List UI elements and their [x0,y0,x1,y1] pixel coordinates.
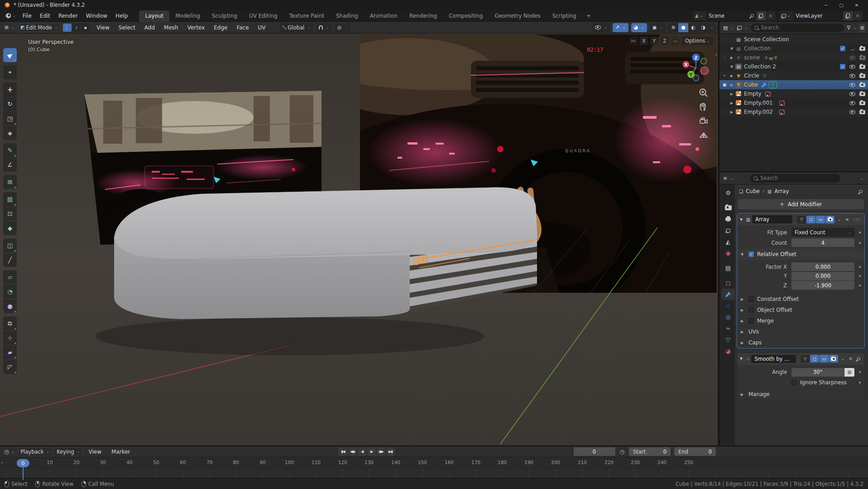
tab-material[interactable]: ◕ [721,345,735,357]
cube-mesh[interactable] [95,188,537,355]
next-keyframe-button[interactable]: ◆▶ [377,447,385,456]
manage-row[interactable]: ▶ Manage [737,389,864,400]
tool-shear[interactable]: ▰ [3,345,17,359]
tool-inset-faces[interactable]: ⊡ [3,207,17,221]
collapse-icon[interactable]: ▼ [741,252,745,257]
mirror-x-button[interactable]: X [640,37,648,45]
constant-offset-checkbox[interactable]: ✓ [748,296,754,302]
properties-editor-type-button[interactable]: ≡⌄ [722,174,734,183]
breadcrumb-modifier[interactable]: Array [774,188,789,194]
timeline-editor-type-button[interactable]: ◷⌄ [3,447,16,456]
timeline-ruler[interactable]: 0 10 20 30 40 50 60 70 80 90 100 110 120… [0,457,868,469]
falloff-icon[interactable]: ↝ [671,37,679,45]
proportional-editing-toggle[interactable]: ◎⌄ [335,23,350,32]
animate-dot[interactable] [859,242,861,244]
tab-compositing[interactable]: Compositing [443,10,489,22]
animate-dot[interactable] [859,285,861,286]
animate-dot[interactable] [859,382,861,383]
mirror-z-button[interactable]: Z [661,37,669,45]
animate-dot[interactable] [859,232,861,233]
menu-render[interactable]: Render [54,11,82,20]
region-collapse-icon[interactable]: ‹ [715,52,717,58]
tab-data[interactable]: ▽ [721,334,735,345]
outliner-row-empty[interactable]: ▶ Empty [719,89,868,98]
fit-type-dropdown[interactable]: Fixed Count⌄ [791,228,854,237]
angle-field[interactable]: 30° [791,368,844,377]
pin-icon[interactable] [750,14,755,18]
constant-offset-row[interactable]: ▶ ✓ Constant Offset [737,294,864,305]
factor-x-field[interactable]: 0.000 [791,262,854,271]
play-button[interactable]: ▶ [367,447,376,456]
orthographic-grid-icon[interactable] [699,130,709,140]
tool-knife[interactable]: ╱ [3,253,17,267]
delete-modifier-button[interactable]: ✕ [844,217,850,222]
camera-view-icon[interactable] [699,116,709,126]
outliner-filter-button[interactable]: ∇⌄ [846,23,857,32]
scene-browse-button[interactable]: ◭⌄ [693,11,706,20]
show-gizmo-toggle[interactable]: ↗⌄ [613,23,628,32]
expand-icon[interactable]: ▼ [729,65,735,69]
tool-annotate[interactable]: ✎ [3,143,17,157]
eye-icon[interactable] [849,65,855,69]
snap-toggle[interactable]: ⌄ [316,23,332,32]
object-visibility-dropdown[interactable]: ⌄ [592,23,610,32]
collapse-icon[interactable]: ▼ [740,218,744,222]
viewlayer-copy-button[interactable] [844,11,853,20]
expand-icon[interactable]: ▶ [729,101,735,105]
camera-toggle-icon[interactable] [859,92,865,96]
tool-scale[interactable]: ◳ [3,111,17,126]
viewlayer-delete-button[interactable]: ✕ [853,11,863,20]
eye-icon[interactable] [849,56,855,60]
merge-row[interactable]: ▶ ✓ Merge [737,315,864,326]
breadcrumb-object[interactable]: Cube [746,188,760,194]
camera-toggle-icon[interactable] [859,56,865,60]
animate-dot[interactable] [859,275,861,277]
rendered-shading-button[interactable]: ◑ [698,23,708,32]
menu-uv[interactable]: UV [254,23,270,32]
xray-toggle[interactable]: ▣⌄ [650,23,666,32]
eye-icon[interactable] [849,110,855,114]
pin-icon[interactable] [856,356,862,361]
mirror-icon[interactable]: ⋈ [629,37,638,45]
editor-type-button[interactable]: ⊞⌄ [2,23,17,32]
mode-dropdown[interactable]: ◩Edit Mode⌄ [18,23,60,32]
playback-menu[interactable]: Playback⌄ [18,447,52,456]
tool-move[interactable]: + [3,82,17,97]
tab-modifiers[interactable] [721,289,735,300]
outliner-row-empty-002[interactable]: ▶ Empty.002 [719,107,868,116]
tool-poly-build[interactable]: ▱ [3,270,17,284]
expand-icon[interactable]: ▶ [729,56,735,60]
menu-view[interactable]: View [92,23,113,32]
factor-z-field[interactable]: -1.900 [791,281,854,290]
tab-physics[interactable]: ◎ [721,311,735,323]
tool-shrink-fatten[interactable]: ⊹ [3,331,17,345]
timeline-track[interactable] [0,469,868,479]
tab-world[interactable]: ◉ [721,247,735,259]
wireframe-shading-button[interactable]: ⊕ [668,23,678,32]
smooth-modifier-header[interactable]: ▼ ∴ Smooth by ... ▽ ◻ ▭ ⌄ ✕ [737,353,864,365]
frame-start-field[interactable]: Start0 [629,447,671,456]
outliner-display-mode-button[interactable]: ⌄ [737,23,748,32]
pan-hand-icon[interactable] [699,102,709,112]
menu-edge[interactable]: Edge [210,23,231,32]
tool-spin[interactable]: ◔ [3,285,17,299]
zoom-icon[interactable] [699,88,709,98]
timeline-view-menu[interactable]: View [85,447,106,456]
menu-vertex[interactable]: Vertex [183,23,209,32]
tab-particles[interactable]: ∴ [721,300,735,311]
cage-display-toggle[interactable]: ◻ [810,355,819,363]
modifier-extras-dropdown[interactable]: ⌄ [840,357,846,361]
camera-toggle-icon[interactable] [859,83,865,87]
vertex-select-button[interactable]: ⠅ [63,24,72,32]
render-display-toggle[interactable] [829,355,838,363]
add-workspace-button[interactable]: + [582,10,595,22]
outliner-row-empty-001[interactable]: ▶ Empty.001 [719,98,868,107]
animate-dot[interactable] [859,371,861,373]
tab-geometry-nodes[interactable]: Geometry Nodes [489,10,546,22]
cage-display-toggle[interactable]: ◻ [806,216,815,223]
camera-toggle-icon[interactable] [859,47,865,51]
keying-menu[interactable]: Keying⌄ [54,447,82,456]
relative-offset-checkbox[interactable]: ✓ [748,252,754,257]
options-dropdown[interactable]: Options⌄ [681,37,713,45]
camera-toggle-icon[interactable] [859,110,865,114]
